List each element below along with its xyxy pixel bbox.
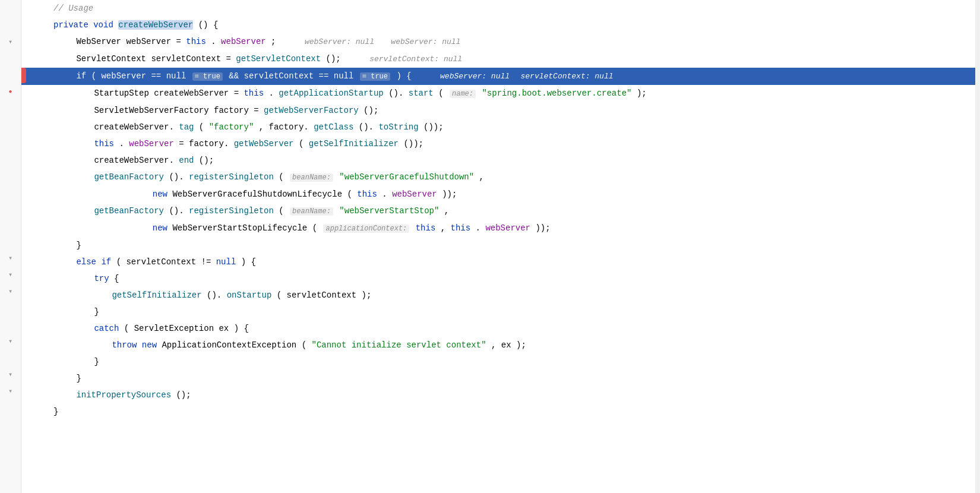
- paren-close-if: ) {: [396, 71, 411, 81]
- paren10: (: [299, 139, 304, 148]
- method-getbeanfactory2: getBeanFactory: [94, 206, 164, 216]
- method-registersingleton2: registerSingleton: [189, 206, 274, 216]
- dot3: .: [119, 139, 124, 148]
- line-content-21: throw new ApplicationContextException ( …: [51, 337, 975, 353]
- fold-icon-line23[interactable]: ▾: [6, 383, 15, 399]
- fold-icon-line2[interactable]: ▾: [6, 33, 15, 50]
- method-getappstartup: getApplicationStartup: [279, 89, 383, 98]
- fold-icon-line20[interactable]: ▾: [6, 333, 15, 349]
- eq-eq: ==: [151, 71, 166, 81]
- kw-if2: if: [101, 257, 116, 267]
- paren16: ));: [442, 189, 457, 199]
- comment-usage: // Usage: [53, 4, 93, 13]
- method-getselfinit: getSelfInitializer: [309, 139, 399, 148]
- code-line-14: new WebServerStartStopLifecycle ( applic…: [21, 220, 975, 237]
- scrollbar-right[interactable]: [975, 0, 980, 493]
- type-servletcontext: ServletContext: [76, 54, 151, 64]
- type-startstoplifecycle: WebServerStartStopLifecycle: [172, 223, 307, 233]
- kw-throw: throw: [112, 340, 141, 350]
- comma3: ,: [444, 206, 449, 216]
- line-content-20: catch ( ServletException ex ) {: [51, 321, 975, 336]
- code-line-1: // Usage: [21, 0, 975, 17]
- line-content-25: }: [51, 404, 975, 419]
- method-start: start: [409, 89, 434, 98]
- code-line-11: getBeanFactory (). registerSingleton ( b…: [21, 169, 975, 186]
- paren21: (: [116, 257, 121, 267]
- var-createwebserver2: createWebServer.: [94, 122, 173, 132]
- var-factory3: factory.: [189, 139, 229, 148]
- code-line-22: }: [21, 353, 975, 370]
- type-servletexception: ServletException: [134, 324, 219, 333]
- paren-if: (: [91, 71, 96, 81]
- line-content-7: ServletWebServerFactory factory = getWeb…: [51, 103, 975, 118]
- gutter-line6: [6, 100, 15, 116]
- var-servletcontext4: servletContext: [287, 290, 357, 300]
- string-cannot-init: "Cannot initialize servlet context": [312, 340, 486, 350]
- var-factory: factory =: [214, 106, 264, 115]
- kw-this4: this: [357, 189, 377, 199]
- fold-icon-line17[interactable]: ▾: [6, 283, 15, 299]
- type-servletwebserverfactory: ServletWebServerFactory: [94, 106, 214, 115]
- dot2: .: [268, 89, 273, 98]
- gutter-spacer: [6, 17, 15, 33]
- close-brace-catch: }: [94, 357, 99, 366]
- code-line-16: else if ( servletContext != null ) {: [21, 254, 975, 270]
- comma: ,: [259, 122, 269, 132]
- string-graceful: "webServerGracefulShutdown": [339, 172, 474, 182]
- kw-this5: this: [416, 223, 436, 233]
- kw-if: if: [76, 71, 91, 81]
- type-appcontextexc: ApplicationContextException: [162, 340, 296, 350]
- paren19: (: [312, 223, 317, 233]
- inlay-beanname1: beanName:: [290, 173, 333, 182]
- var-servletcontext2: servletContext: [244, 71, 319, 81]
- method-getclass: getClass: [314, 122, 353, 132]
- kw-this2: this: [244, 89, 264, 98]
- paren14: (: [279, 172, 283, 182]
- kw-void: void: [93, 20, 118, 30]
- paren8: ().: [359, 122, 374, 132]
- paren29: );: [516, 340, 526, 350]
- dot4: .: [382, 189, 387, 199]
- inlay-name: name:: [450, 90, 476, 98]
- paren4: (: [438, 89, 443, 98]
- var-webserver: webServer =: [126, 37, 186, 46]
- method-getwebserver: getWebServer: [234, 139, 294, 148]
- code-line-23: }: [21, 370, 975, 387]
- gutter-line11: [6, 183, 15, 200]
- code-line-9: this . webServer = factory. getWebServer…: [21, 135, 975, 152]
- code-editor[interactable]: // Usage private void createWebServer ()…: [21, 0, 975, 493]
- breakpoint-icon-line5[interactable]: ●: [6, 83, 15, 100]
- semicolon: ;: [271, 37, 276, 46]
- inlay-appcontext: applicationContext:: [323, 225, 409, 233]
- kw-new2: new: [153, 223, 173, 233]
- method-tostring: toString: [378, 122, 418, 132]
- field-webserver4: webServer: [485, 223, 530, 233]
- var-createwebserver-step: createWebServer =: [154, 89, 244, 98]
- paren5: );: [637, 89, 647, 98]
- fold-icon-line22[interactable]: ▾: [6, 366, 15, 383]
- paren25: );: [362, 290, 372, 300]
- method-getbeanfactory: getBeanFactory: [94, 172, 164, 182]
- code-line-19: }: [21, 304, 975, 320]
- paren24: (: [277, 290, 282, 300]
- fold-icon-line15[interactable]: ▾: [6, 249, 15, 266]
- code-line-8: createWebServer. tag ( "factory" , facto…: [21, 119, 975, 135]
- code-line-3: WebServer webServer = this . webServer ;…: [21, 33, 975, 50]
- var-ex2: ex: [501, 340, 511, 350]
- line-content-8: createWebServer. tag ( "factory" , facto…: [51, 119, 975, 135]
- paren3: ().: [388, 89, 403, 98]
- dot5: .: [476, 223, 480, 233]
- paren22: ) {: [241, 257, 256, 267]
- gutter-line14: [6, 233, 15, 249]
- fold-gutter-panel: ▾ ● ▾ ▾ ▾ ▾ ▾ ▾: [0, 0, 21, 493]
- code-line-18: getSelfInitializer (). onStartup ( servl…: [21, 287, 975, 304]
- and-and: &&: [229, 71, 244, 81]
- fold-icon-line16[interactable]: ▾: [6, 266, 15, 283]
- code-line-25: }: [21, 403, 975, 420]
- code-line-20: catch ( ServletException ex ) {: [21, 320, 975, 337]
- hint-servletcontext-null: servletContext: null: [369, 55, 462, 64]
- paren18: (: [279, 206, 283, 216]
- hint-ws-null-hl: webServer: null: [440, 72, 510, 81]
- line-content-4: ServletContext servletContext = getServl…: [51, 51, 975, 67]
- method-tag: tag: [179, 122, 194, 132]
